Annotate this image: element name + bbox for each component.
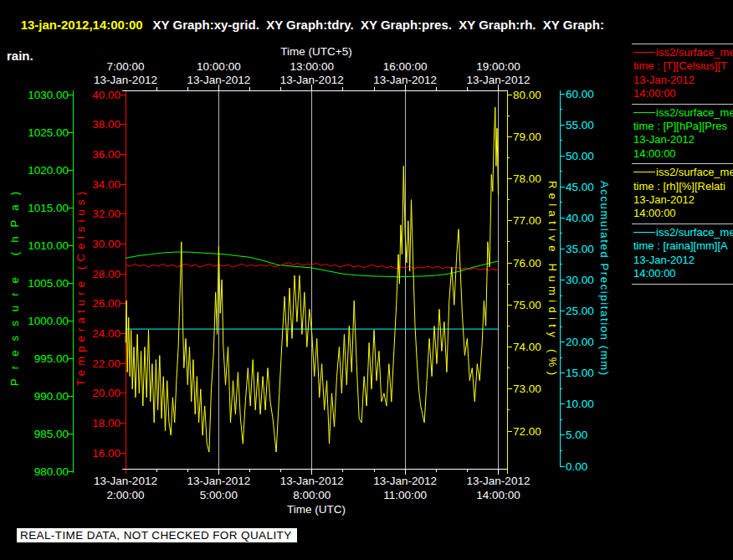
legend-source-label: iss2/surface_me — [656, 46, 733, 59]
bottom-date-tick-label: 13-Jan-2012 — [467, 475, 531, 487]
top-date-tick-label: 13-Jan-2012 — [373, 74, 437, 86]
precipitation-tick-label: 5.00 — [566, 429, 587, 441]
legend-line-swatch-icon — [633, 112, 655, 113]
temperature-tick-label: 26.00 — [92, 297, 120, 310]
legend-entry: iss2/surface_me time : [raina][mm][A 13-… — [632, 223, 733, 284]
relative_humidity-tick-label: 80.00 — [513, 89, 541, 101]
legend-source-label: iss2/surface_me — [656, 226, 733, 239]
pressure-tick-label: 985.00 — [34, 428, 69, 440]
relative_humidity-tick-label: 74.00 — [513, 341, 541, 353]
pressure-axis-title: Pressure (hPa) — [8, 192, 21, 386]
top-axis-title: Time (UTC+5) — [280, 45, 351, 58]
relative_humidity-tick-label: 72.00 — [513, 425, 541, 438]
legend-panel: iss2/surface_me time : [T][Celsius][T 13… — [632, 44, 733, 285]
bottom-date-tick-label: 13-Jan-2012 — [373, 475, 437, 487]
legend-date-label: 13-Jan-2012 — [633, 193, 733, 207]
legend-source-label: iss2/surface_me — [656, 106, 733, 119]
xy-plot-canvas[interactable]: 980.00985.00990.00995.001000.001005.0010… — [0, 0, 733, 560]
legend-date-label: 13-Jan-2012 — [633, 74, 733, 87]
relative_humidity-tick-label: 73.00 — [513, 383, 541, 395]
legend-entry: iss2/surface_me time : [rh][%][Relati 13… — [632, 163, 733, 223]
legend-time-label: 14:00:00 — [633, 267, 733, 280]
top-date-tick-label: 13-Jan-2012 — [187, 74, 250, 86]
bottom-time-tick-label: 11:00:00 — [383, 489, 427, 501]
precipitation-tick-label: 25.00 — [566, 305, 594, 317]
temperature-tick-label: 28.00 — [92, 268, 120, 280]
app-window: 13-jan-2012,14:00:00XY Graph:xy-grid. XY… — [0, 0, 733, 560]
bottom-time-tick-label: 14:00:00 — [476, 489, 520, 501]
precipitation-tick-label: 55.00 — [566, 119, 594, 131]
legend-source-row: iss2/surface_me — [633, 166, 733, 179]
pressure-tick-label: 1005.00 — [28, 277, 69, 290]
legend-source-label: iss2/surface_me — [656, 166, 733, 178]
top-time-tick-label: 19:00:00 — [476, 60, 520, 73]
bottom-time-tick-label: 2:00:00 — [106, 489, 144, 501]
legend-entry: iss2/surface_me time : [P][hPa][Pres 13-… — [632, 104, 733, 164]
legend-field-label: time : [P][hPa][Pres — [633, 120, 733, 133]
legend-line-swatch-icon — [633, 232, 655, 233]
top-time-tick-label: 10:00:00 — [197, 60, 241, 73]
bottom-date-tick-label: 13-Jan-2012 — [280, 475, 344, 487]
legend-date-label: 13-Jan-2012 — [633, 254, 733, 267]
bottom-date-tick-label: 13-Jan-2012 — [187, 475, 250, 487]
legend-field-label: time : [rh][%][Relati — [633, 180, 733, 193]
temperature-tick-label: 20.00 — [92, 387, 120, 399]
pressure-tick-label: 1015.00 — [28, 202, 69, 214]
legend-entry: iss2/surface_me time : [T][Celsius][T 13… — [632, 44, 733, 104]
pressure-tick-label: 1030.00 — [28, 89, 69, 101]
top-time-tick-label: 16:00:00 — [383, 60, 428, 73]
quality-banner: REAL-TIME DATA, NOT CHECKED FOR QUALITY — [17, 528, 297, 542]
precipitation-tick-label: 10.00 — [566, 398, 594, 410]
legend-line-swatch-icon — [633, 52, 655, 53]
pressure-tick-label: 1000.00 — [28, 315, 69, 327]
precipitation-axis-title: Accumulated Precipitation (mm) — [598, 181, 611, 375]
legend-field-label: time : [T][Celsius][T — [633, 59, 733, 73]
relative_humidity-axis-title: Relative Humidity (%) — [546, 181, 559, 375]
temperature-tick-label: 36.00 — [92, 148, 120, 161]
legend-source-row: iss2/surface_me — [633, 226, 733, 239]
legend-time-label: 14:00:00 — [633, 147, 733, 161]
relative_humidity-tick-label: 78.00 — [513, 172, 541, 185]
temperature-axis-title: Temperature (Celsius) — [74, 192, 87, 386]
temperature-tick-label: 32.00 — [92, 208, 120, 220]
bottom-axis-title: Time (UTC) — [287, 503, 346, 516]
temperature-tick-label: 38.00 — [92, 118, 120, 131]
legend-source-row: iss2/surface_me — [633, 106, 733, 120]
precipitation-tick-label: 15.00 — [566, 367, 594, 379]
temperature-tick-label: 16.00 — [92, 447, 120, 460]
precipitation-tick-label: 20.00 — [566, 336, 594, 348]
top-time-tick-label: 13:00:00 — [290, 60, 334, 73]
precipitation-tick-label: 50.00 — [566, 150, 594, 162]
temperature-tick-label: 22.00 — [92, 357, 120, 370]
legend-field-label: time : [raina][mm][A — [633, 239, 733, 253]
temperature-tick-label: 40.00 — [92, 89, 120, 101]
top-date-tick-label: 13-Jan-2012 — [94, 74, 157, 86]
relative_humidity-tick-label: 76.00 — [513, 257, 541, 270]
precipitation-tick-label: 60.00 — [566, 88, 594, 100]
top-date-tick-label: 13-Jan-2012 — [467, 74, 531, 86]
pressure-tick-label: 990.00 — [34, 390, 69, 403]
pressure-tick-label: 1010.00 — [28, 239, 69, 252]
precipitation-tick-label: 30.00 — [566, 274, 594, 286]
top-date-tick-label: 13-Jan-2012 — [280, 74, 344, 86]
legend-line-swatch-icon — [633, 172, 655, 172]
pressure-tick-label: 1025.00 — [28, 126, 69, 139]
relative_humidity-tick-label: 75.00 — [513, 299, 541, 311]
legend-date-label: 13-Jan-2012 — [633, 133, 733, 146]
precipitation-tick-label: 35.00 — [566, 243, 594, 255]
precipitation-tick-label: 45.00 — [566, 181, 594, 193]
top-time-tick-label: 7:00:00 — [106, 60, 144, 73]
bottom-time-tick-label: 8:00:00 — [293, 489, 331, 501]
legend-time-label: 14:00:00 — [633, 87, 733, 100]
temperature-tick-label: 30.00 — [92, 238, 120, 250]
relative_humidity-tick-label: 77.00 — [513, 214, 541, 227]
temperature-tick-label: 18.00 — [92, 417, 120, 429]
legend-source-row: iss2/surface_me — [633, 46, 733, 59]
bottom-date-tick-label: 13-Jan-2012 — [94, 475, 157, 487]
legend-time-label: 14:00:00 — [633, 207, 733, 220]
relative_humidity-tick-label: 79.00 — [513, 131, 541, 143]
precipitation-tick-label: 40.00 — [566, 212, 594, 224]
bottom-time-tick-label: 5:00:00 — [200, 489, 238, 501]
pressure-tick-label: 980.00 — [34, 465, 69, 478]
pressure-tick-label: 1020.00 — [28, 164, 69, 177]
